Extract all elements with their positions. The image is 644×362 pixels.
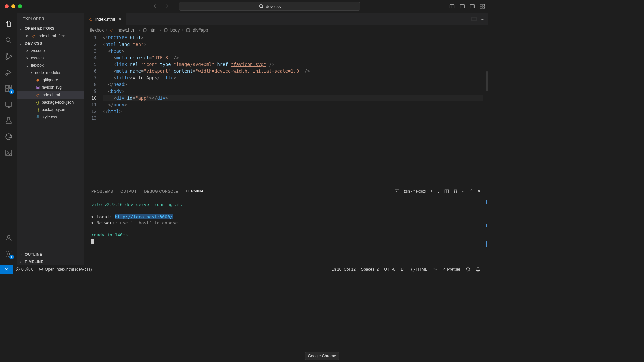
cursor-position[interactable]: Ln 10, Col 12 (329, 267, 358, 272)
workspace-header[interactable]: ⌄ DEV-CSS (17, 40, 84, 47)
activity-search[interactable] (1, 32, 17, 48)
customize-layout-icon[interactable] (480, 4, 485, 9)
folder-item[interactable]: ›node_modules (17, 69, 84, 76)
file-item[interactable]: {}package-lock.json (17, 99, 84, 106)
code-line[interactable]: <body> (103, 88, 483, 95)
editor-tab[interactable]: ◇ index.html ✕ (84, 13, 126, 25)
html-file-icon: ◇ (31, 33, 36, 39)
debug-icon (5, 68, 13, 76)
panel-tab-debug-console[interactable]: DEBUG CONSOLE (144, 185, 178, 197)
code-line[interactable]: </body> (103, 101, 483, 108)
activity-testing[interactable] (1, 113, 17, 129)
terminal-line: > Local: http://localhost:3000/ (91, 214, 481, 220)
code-line[interactable]: <!DOCTYPE html> (103, 34, 483, 41)
code-editor[interactable]: 12345678910111213 <!DOCTYPE html><html l… (84, 34, 488, 185)
activity-images[interactable] (1, 145, 17, 161)
activity-explorer[interactable] (1, 16, 17, 32)
breadcrumb-part[interactable]: body (170, 27, 180, 33)
code-line[interactable]: <div id="app"></div> (103, 95, 483, 101)
close-panel-icon[interactable]: ✕ (477, 189, 481, 194)
file-item[interactable]: ◇index.html (17, 91, 84, 99)
activity-settings[interactable]: 1 (1, 246, 17, 262)
more-terminal-icon[interactable]: ··· (462, 189, 466, 194)
prettier-status[interactable]: ✓ Prettier (440, 267, 463, 272)
close-tab-icon[interactable]: ✕ (118, 17, 122, 22)
port-forward[interactable] (430, 267, 440, 272)
feedback-icon[interactable] (463, 267, 473, 272)
eol[interactable]: LF (398, 267, 408, 272)
open-editors-header[interactable]: ⌄ OPEN EDITORS (17, 25, 84, 32)
layout-sidebar-left-icon[interactable] (449, 4, 455, 9)
layout-sidebar-right-icon[interactable] (470, 4, 475, 9)
activity-scm[interactable] (1, 48, 17, 64)
code-line[interactable]: <meta charset="UTF-8" /> (103, 54, 483, 61)
code-line[interactable]: </head> (103, 81, 483, 88)
kill-terminal-icon[interactable] (453, 189, 458, 194)
code-line[interactable]: <link rel="icon" type="image/svg+xml" hr… (103, 61, 483, 68)
line-number: 1 (84, 34, 97, 41)
close-editor-icon[interactable]: ✕ (25, 34, 30, 38)
code-line[interactable] (103, 115, 483, 121)
more-actions-icon[interactable]: ··· (481, 17, 484, 22)
breadcrumb-part[interactable]: flexbox (90, 27, 104, 33)
svg-point-11 (10, 56, 11, 57)
close-window-button[interactable] (5, 4, 9, 8)
panel-tab-terminal[interactable]: TERMINAL (186, 185, 206, 197)
outline-header[interactable]: › OUTLINE (17, 251, 84, 258)
activity-remote[interactable] (1, 97, 17, 113)
file-item[interactable]: {}package.json (17, 106, 84, 113)
folder-item[interactable]: ›css-test (17, 54, 84, 62)
minimap-slider[interactable] (486, 71, 488, 91)
terminal-line: vite v2.9.16 dev server running at: (91, 202, 481, 208)
remote-button[interactable] (0, 265, 13, 274)
scroll-marker (486, 200, 487, 204)
command-center-search[interactable]: dev-css (179, 2, 360, 11)
breadcrumb-part[interactable]: div#app (193, 27, 208, 33)
sidebar-more-icon[interactable]: ··· (75, 17, 78, 21)
split-editor-icon[interactable] (471, 16, 477, 22)
code-line[interactable]: </html> (103, 108, 483, 115)
braces-icon: { } (411, 267, 415, 272)
minimize-window-button[interactable] (11, 4, 15, 8)
panel-tab-output[interactable]: OUTPUT (120, 185, 137, 197)
terminal-output[interactable]: vite v2.9.16 dev server running at: > Lo… (84, 197, 488, 265)
item-label: favicon.svg (42, 85, 62, 90)
terminal-link[interactable]: http://localhost:3000/ (115, 214, 172, 219)
code-line[interactable]: <head> (103, 48, 483, 54)
folder-item[interactable]: ›.vscode (17, 47, 84, 54)
open-editor-item[interactable]: ✕◇index.htmlflex... (17, 32, 84, 40)
breadcrumb-part[interactable]: html (149, 27, 158, 33)
nav-back-icon[interactable] (152, 4, 158, 9)
new-terminal-icon[interactable]: + (430, 189, 433, 194)
code-line[interactable]: <html lang="en"> (103, 41, 483, 48)
chevron-right-icon: › (139, 27, 140, 33)
open-file-indicator[interactable]: Open index.html (dev-css) (36, 267, 94, 272)
code-line[interactable]: <meta name="viewport" content="width=dev… (103, 68, 483, 74)
indentation[interactable]: Spaces: 2 (358, 267, 381, 272)
activity-extensions[interactable]: 1 (1, 80, 17, 97)
activity-edge[interactable] (1, 129, 17, 145)
layout-panel-bottom-icon[interactable] (460, 4, 465, 9)
code-area[interactable]: <!DOCTYPE html><html lang="en"> <head> <… (103, 34, 488, 185)
terminal-name[interactable]: zsh - flexbox (404, 189, 426, 194)
split-terminal-icon[interactable] (444, 189, 449, 194)
maximize-panel-icon[interactable]: ⌃ (470, 189, 473, 194)
file-item[interactable]: ◆.gitignore (17, 76, 84, 84)
breadcrumb-part[interactable]: index.html (117, 27, 137, 33)
encoding[interactable]: UTF-8 (381, 267, 398, 272)
terminal-dropdown-icon[interactable]: ⌄ (437, 189, 440, 194)
breadcrumb[interactable]: flexbox›◇index.html›▢html›▢body›▢div#app (84, 25, 488, 34)
code-line[interactable]: <title>Vite App</title> (103, 74, 483, 81)
folder-item[interactable]: ⌄flexbox (17, 62, 84, 69)
timeline-header[interactable]: › TIMELINE (17, 258, 84, 265)
status-problems[interactable]: 0 0 (13, 267, 36, 272)
notifications-icon[interactable] (473, 267, 483, 272)
nav-forward-icon[interactable] (164, 4, 170, 9)
language-mode[interactable]: { } HTML (408, 267, 430, 272)
panel-tab-problems[interactable]: PROBLEMS (91, 185, 113, 197)
file-item[interactable]: #style.css (17, 113, 84, 121)
activity-account[interactable] (1, 230, 17, 246)
activity-debug[interactable] (1, 64, 17, 80)
file-item[interactable]: ▣favicon.svg (17, 84, 84, 91)
maximize-window-button[interactable] (18, 4, 22, 8)
